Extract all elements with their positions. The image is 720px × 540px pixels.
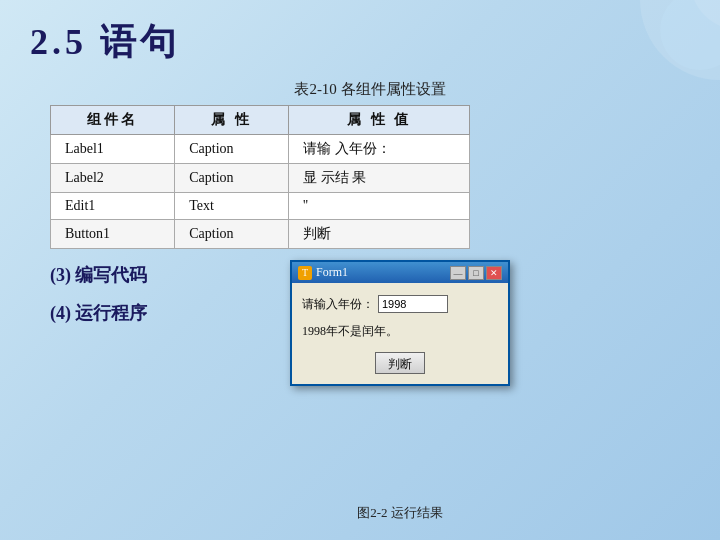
cell-property: Caption — [175, 220, 289, 249]
col-header-property: 属 性 — [175, 106, 289, 135]
input-label: 请输入年份： — [302, 296, 374, 313]
input-row: 请输入年份： — [302, 295, 498, 313]
minimize-button[interactable]: — — [450, 266, 466, 280]
cell-component: Label2 — [51, 164, 175, 193]
cell-component: Label1 — [51, 135, 175, 164]
properties-table: 组件名 属 性 属 性 值 Label1 Caption 请输 入年份： Lab… — [50, 105, 470, 249]
form-title-text: T Form1 — [298, 265, 348, 280]
table-row: Button1 Caption 判断 — [51, 220, 470, 249]
page-title: 2.5 语句 — [30, 18, 180, 67]
cell-value: 请输 入年份： — [289, 135, 470, 164]
cell-value: '' — [289, 193, 470, 220]
close-button[interactable]: ✕ — [486, 266, 502, 280]
cell-property: Caption — [175, 164, 289, 193]
result-text: 1998年不是闰年。 — [302, 321, 498, 342]
cell-component: Button1 — [51, 220, 175, 249]
cell-property: Text — [175, 193, 289, 220]
cell-component: Edit1 — [51, 193, 175, 220]
cell-value: 判断 — [289, 220, 470, 249]
table-row: Label2 Caption 显 示结 果 — [51, 164, 470, 193]
judge-button[interactable]: 判断 — [375, 352, 425, 374]
cell-property: Caption — [175, 135, 289, 164]
form-controls[interactable]: — □ ✕ — [450, 266, 502, 280]
form-body: 请输入年份： 1998年不是闰年。 判断 — [292, 283, 508, 384]
form-window: T Form1 — □ ✕ 请输入年份： 1998年不是闰年。 判断 — [290, 260, 510, 386]
cell-value: 显 示结 果 — [289, 164, 470, 193]
form-title-label: Form1 — [316, 265, 348, 280]
table-row: Edit1 Text '' — [51, 193, 470, 220]
year-input[interactable] — [378, 295, 448, 313]
form-titlebar: T Form1 — □ ✕ — [292, 262, 508, 283]
col-header-value: 属 性 值 — [289, 106, 470, 135]
form-title-icon: T — [298, 266, 312, 280]
col-header-component: 组件名 — [51, 106, 175, 135]
table-row: Label1 Caption 请输 入年份： — [51, 135, 470, 164]
table-title: 表2-10 各组件属性设置 — [50, 80, 690, 99]
maximize-button[interactable]: □ — [468, 266, 484, 280]
fig-caption: 图2-2 运行结果 — [290, 504, 510, 522]
